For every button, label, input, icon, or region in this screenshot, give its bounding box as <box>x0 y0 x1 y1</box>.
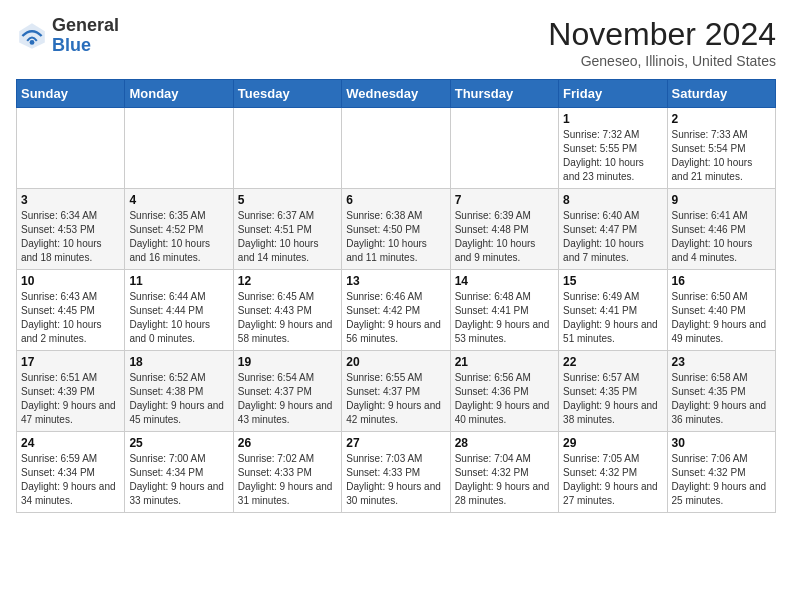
day-info: Sunrise: 6:51 AM Sunset: 4:39 PM Dayligh… <box>21 371 120 427</box>
day-number: 21 <box>455 355 554 369</box>
day-info: Sunrise: 6:54 AM Sunset: 4:37 PM Dayligh… <box>238 371 337 427</box>
day-number: 2 <box>672 112 771 126</box>
day-number: 25 <box>129 436 228 450</box>
day-number: 4 <box>129 193 228 207</box>
calendar-cell: 20Sunrise: 6:55 AM Sunset: 4:37 PM Dayli… <box>342 351 450 432</box>
calendar-header: SundayMondayTuesdayWednesdayThursdayFrid… <box>17 80 776 108</box>
calendar-cell: 29Sunrise: 7:05 AM Sunset: 4:32 PM Dayli… <box>559 432 667 513</box>
day-number: 11 <box>129 274 228 288</box>
day-info: Sunrise: 6:38 AM Sunset: 4:50 PM Dayligh… <box>346 209 445 265</box>
day-number: 20 <box>346 355 445 369</box>
day-info: Sunrise: 6:41 AM Sunset: 4:46 PM Dayligh… <box>672 209 771 265</box>
logo-icon <box>16 20 48 52</box>
day-number: 14 <box>455 274 554 288</box>
calendar-cell: 18Sunrise: 6:52 AM Sunset: 4:38 PM Dayli… <box>125 351 233 432</box>
day-number: 6 <box>346 193 445 207</box>
calendar-cell <box>342 108 450 189</box>
day-number: 18 <box>129 355 228 369</box>
day-info: Sunrise: 6:39 AM Sunset: 4:48 PM Dayligh… <box>455 209 554 265</box>
day-info: Sunrise: 6:44 AM Sunset: 4:44 PM Dayligh… <box>129 290 228 346</box>
calendar-cell: 11Sunrise: 6:44 AM Sunset: 4:44 PM Dayli… <box>125 270 233 351</box>
calendar-cell: 7Sunrise: 6:39 AM Sunset: 4:48 PM Daylig… <box>450 189 558 270</box>
weekday-header: Wednesday <box>342 80 450 108</box>
day-number: 12 <box>238 274 337 288</box>
calendar-week-row: 3Sunrise: 6:34 AM Sunset: 4:53 PM Daylig… <box>17 189 776 270</box>
day-number: 10 <box>21 274 120 288</box>
day-number: 3 <box>21 193 120 207</box>
weekday-header: Sunday <box>17 80 125 108</box>
page-header: General Blue November 2024 Geneseo, Illi… <box>16 16 776 69</box>
day-number: 29 <box>563 436 662 450</box>
calendar-cell <box>450 108 558 189</box>
calendar-week-row: 24Sunrise: 6:59 AM Sunset: 4:34 PM Dayli… <box>17 432 776 513</box>
calendar-cell: 3Sunrise: 6:34 AM Sunset: 4:53 PM Daylig… <box>17 189 125 270</box>
calendar-cell <box>17 108 125 189</box>
calendar-cell: 27Sunrise: 7:03 AM Sunset: 4:33 PM Dayli… <box>342 432 450 513</box>
day-number: 1 <box>563 112 662 126</box>
calendar-cell: 21Sunrise: 6:56 AM Sunset: 4:36 PM Dayli… <box>450 351 558 432</box>
day-number: 7 <box>455 193 554 207</box>
calendar-cell: 22Sunrise: 6:57 AM Sunset: 4:35 PM Dayli… <box>559 351 667 432</box>
day-number: 15 <box>563 274 662 288</box>
day-info: Sunrise: 7:33 AM Sunset: 5:54 PM Dayligh… <box>672 128 771 184</box>
calendar-week-row: 10Sunrise: 6:43 AM Sunset: 4:45 PM Dayli… <box>17 270 776 351</box>
day-info: Sunrise: 6:56 AM Sunset: 4:36 PM Dayligh… <box>455 371 554 427</box>
day-info: Sunrise: 7:32 AM Sunset: 5:55 PM Dayligh… <box>563 128 662 184</box>
logo: General Blue <box>16 16 119 56</box>
calendar-cell: 16Sunrise: 6:50 AM Sunset: 4:40 PM Dayli… <box>667 270 775 351</box>
calendar-cell: 13Sunrise: 6:46 AM Sunset: 4:42 PM Dayli… <box>342 270 450 351</box>
day-info: Sunrise: 6:40 AM Sunset: 4:47 PM Dayligh… <box>563 209 662 265</box>
calendar-week-row: 1Sunrise: 7:32 AM Sunset: 5:55 PM Daylig… <box>17 108 776 189</box>
day-info: Sunrise: 6:52 AM Sunset: 4:38 PM Dayligh… <box>129 371 228 427</box>
weekday-header: Monday <box>125 80 233 108</box>
day-info: Sunrise: 6:34 AM Sunset: 4:53 PM Dayligh… <box>21 209 120 265</box>
day-number: 13 <box>346 274 445 288</box>
day-number: 26 <box>238 436 337 450</box>
day-info: Sunrise: 6:48 AM Sunset: 4:41 PM Dayligh… <box>455 290 554 346</box>
day-number: 30 <box>672 436 771 450</box>
calendar-cell: 26Sunrise: 7:02 AM Sunset: 4:33 PM Dayli… <box>233 432 341 513</box>
month-title: November 2024 <box>548 16 776 53</box>
day-number: 19 <box>238 355 337 369</box>
calendar-cell: 14Sunrise: 6:48 AM Sunset: 4:41 PM Dayli… <box>450 270 558 351</box>
day-info: Sunrise: 7:03 AM Sunset: 4:33 PM Dayligh… <box>346 452 445 508</box>
calendar-cell: 30Sunrise: 7:06 AM Sunset: 4:32 PM Dayli… <box>667 432 775 513</box>
title-block: November 2024 Geneseo, Illinois, United … <box>548 16 776 69</box>
day-number: 28 <box>455 436 554 450</box>
calendar-cell: 9Sunrise: 6:41 AM Sunset: 4:46 PM Daylig… <box>667 189 775 270</box>
svg-point-1 <box>30 40 35 45</box>
calendar-cell <box>233 108 341 189</box>
calendar-cell: 25Sunrise: 7:00 AM Sunset: 4:34 PM Dayli… <box>125 432 233 513</box>
day-number: 8 <box>563 193 662 207</box>
header-row: SundayMondayTuesdayWednesdayThursdayFrid… <box>17 80 776 108</box>
day-info: Sunrise: 6:55 AM Sunset: 4:37 PM Dayligh… <box>346 371 445 427</box>
day-number: 9 <box>672 193 771 207</box>
day-info: Sunrise: 7:06 AM Sunset: 4:32 PM Dayligh… <box>672 452 771 508</box>
calendar-cell: 10Sunrise: 6:43 AM Sunset: 4:45 PM Dayli… <box>17 270 125 351</box>
logo-text: General Blue <box>52 16 119 56</box>
calendar-cell: 19Sunrise: 6:54 AM Sunset: 4:37 PM Dayli… <box>233 351 341 432</box>
day-number: 16 <box>672 274 771 288</box>
weekday-header: Friday <box>559 80 667 108</box>
day-number: 22 <box>563 355 662 369</box>
day-info: Sunrise: 6:46 AM Sunset: 4:42 PM Dayligh… <box>346 290 445 346</box>
calendar-cell: 15Sunrise: 6:49 AM Sunset: 4:41 PM Dayli… <box>559 270 667 351</box>
calendar-cell: 1Sunrise: 7:32 AM Sunset: 5:55 PM Daylig… <box>559 108 667 189</box>
weekday-header: Thursday <box>450 80 558 108</box>
day-info: Sunrise: 7:04 AM Sunset: 4:32 PM Dayligh… <box>455 452 554 508</box>
day-info: Sunrise: 6:49 AM Sunset: 4:41 PM Dayligh… <box>563 290 662 346</box>
calendar-cell: 8Sunrise: 6:40 AM Sunset: 4:47 PM Daylig… <box>559 189 667 270</box>
calendar-table: SundayMondayTuesdayWednesdayThursdayFrid… <box>16 79 776 513</box>
day-info: Sunrise: 6:37 AM Sunset: 4:51 PM Dayligh… <box>238 209 337 265</box>
day-info: Sunrise: 6:58 AM Sunset: 4:35 PM Dayligh… <box>672 371 771 427</box>
calendar-cell: 12Sunrise: 6:45 AM Sunset: 4:43 PM Dayli… <box>233 270 341 351</box>
day-number: 23 <box>672 355 771 369</box>
day-info: Sunrise: 6:45 AM Sunset: 4:43 PM Dayligh… <box>238 290 337 346</box>
calendar-cell: 28Sunrise: 7:04 AM Sunset: 4:32 PM Dayli… <box>450 432 558 513</box>
calendar-cell: 23Sunrise: 6:58 AM Sunset: 4:35 PM Dayli… <box>667 351 775 432</box>
day-number: 5 <box>238 193 337 207</box>
calendar-week-row: 17Sunrise: 6:51 AM Sunset: 4:39 PM Dayli… <box>17 351 776 432</box>
day-number: 17 <box>21 355 120 369</box>
day-info: Sunrise: 6:50 AM Sunset: 4:40 PM Dayligh… <box>672 290 771 346</box>
calendar-cell: 5Sunrise: 6:37 AM Sunset: 4:51 PM Daylig… <box>233 189 341 270</box>
